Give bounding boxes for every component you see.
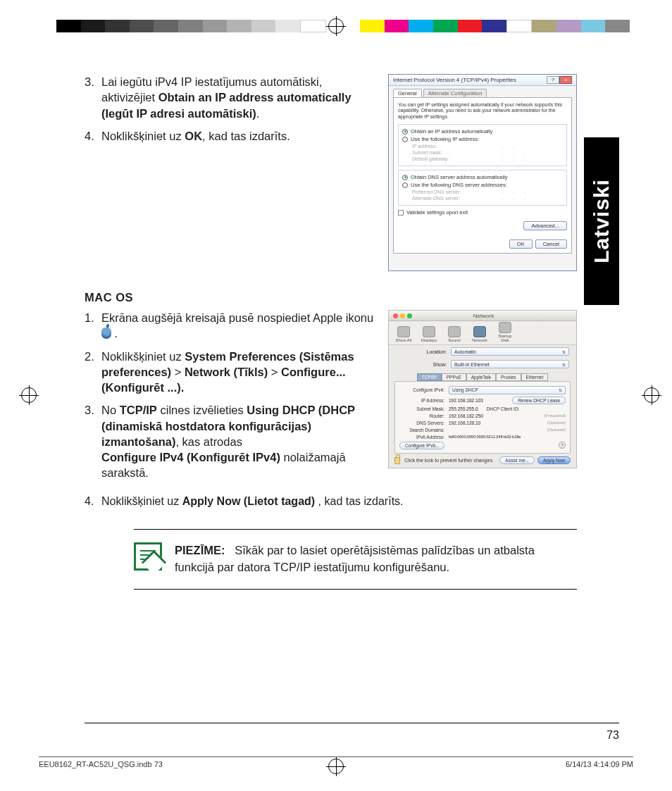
tab-general[interactable]: General (393, 89, 422, 97)
tab-ethernet[interactable]: Ethernet (521, 373, 549, 381)
tab-proxies[interactable]: Proxies (496, 373, 521, 381)
radio-manual-dns[interactable] (402, 182, 408, 188)
help-button[interactable]: ? (547, 76, 559, 84)
close-dot[interactable] (393, 313, 398, 318)
page-footer: 73 (85, 723, 619, 742)
mac-network-dialog: Network Show All Displays Sound Network … (388, 310, 577, 468)
configure-ipv6-button[interactable]: Configure IPv6... (399, 442, 444, 449)
list-item: 4. Noklikšķiniet uz Apply Now (Lietot ta… (85, 495, 577, 508)
print-job-footer: EEU8162_RT-AC52U_QSG.indb 73 6/14/13 4:1… (39, 756, 633, 768)
radio-auto-dns[interactable] (402, 175, 408, 180)
tab-tcpip[interactable]: TCP/IP (417, 373, 442, 381)
macos-heading: MAC OS (85, 291, 577, 304)
list-item: 3. No TCP/IP cilnes izvēlieties Using DH… (85, 402, 375, 480)
toolbar-sound[interactable]: Sound (445, 326, 463, 342)
note-label: PIEZĪME: (175, 544, 225, 556)
toolbar-network[interactable]: Network (471, 326, 489, 342)
lock-icon[interactable] (394, 457, 400, 464)
note-box: PIEZĪME: Sīkāk par to lasiet operētājsis… (134, 529, 577, 590)
list-item: 3. Lai iegūtu iPv4 IP iestatījumus autom… (85, 74, 375, 121)
mac-window-controls (389, 313, 412, 318)
list-item: 2. Noklikšķiniet uz System Preferences (… (85, 349, 375, 396)
apple-icon (101, 328, 111, 339)
toolbar-startup[interactable]: Startup Disk (496, 322, 514, 342)
cancel-button[interactable]: Cancel (535, 239, 567, 249)
ok-button[interactable]: OK (509, 239, 533, 249)
page-content: Latviski 3. Lai iegūtu iPv4 IP iestatīju… (85, 74, 619, 742)
page-number: 73 (606, 729, 619, 741)
dialog-description: You can get IP settings assigned automat… (398, 102, 567, 120)
validate-checkbox[interactable] (398, 210, 404, 216)
show-select[interactable]: Built-in Ethernet⇅ (451, 360, 569, 368)
apply-now-button[interactable]: Apply Now (537, 456, 571, 464)
registration-mark-right (644, 387, 659, 403)
tab-appletalk[interactable]: AppleTalk (466, 373, 496, 381)
location-select[interactable]: Automatic⇅ (451, 347, 569, 356)
list-item: 4. Noklikšķiniet uz OK, kad tas izdarīts… (85, 128, 375, 144)
registration-mark-left (21, 387, 37, 403)
note-icon (134, 542, 162, 571)
windows-ipv4-dialog: Internet Protocol Version 4 (TCP/IPv4) P… (388, 74, 577, 271)
advanced-button[interactable]: Advanced... (523, 221, 567, 230)
renew-lease-button[interactable]: Renew DHCP Lease (512, 397, 566, 404)
radio-auto-ip[interactable] (402, 129, 408, 135)
mac-title: Network (412, 313, 555, 319)
close-button[interactable]: × (559, 76, 572, 84)
tab-pppoe[interactable]: PPPoE (442, 373, 466, 381)
radio-manual-ip[interactable] (402, 137, 408, 142)
list-item: 1. Ekrāna augšējā kreisajā pusē nospiedi… (85, 310, 375, 342)
window-controls: ? × (547, 76, 572, 84)
min-dot[interactable] (400, 313, 405, 318)
toolbar-showall[interactable]: Show All (394, 326, 413, 342)
configure-ipv4-select[interactable]: Using DHCP⇅ (449, 386, 566, 394)
assist-button[interactable]: Assist me... (499, 456, 535, 464)
toolbar-displays[interactable]: Displays (420, 326, 438, 342)
dialog-title: Internet Protocol Version 4 (TCP/IPv4) P… (393, 77, 516, 83)
tab-alternate[interactable]: Alternate Configuration (423, 89, 487, 97)
registration-mark-top (328, 18, 344, 34)
help-icon[interactable]: ? (559, 442, 566, 449)
zoom-dot[interactable] (407, 313, 412, 318)
